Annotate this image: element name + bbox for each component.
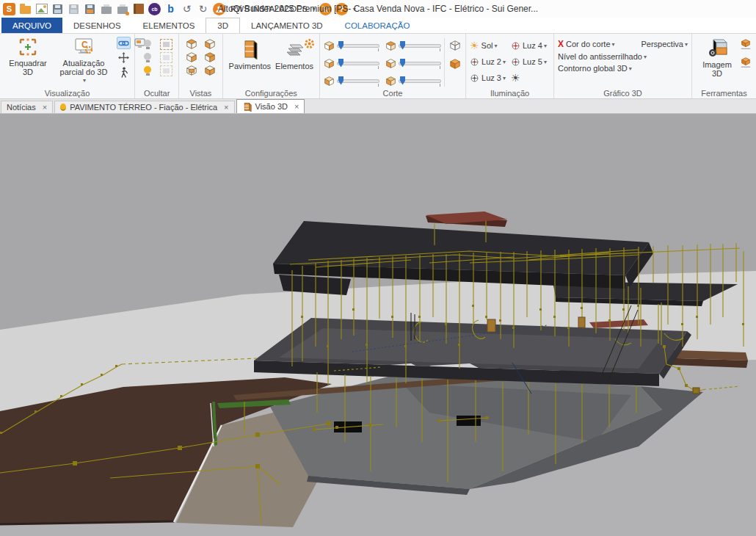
cut-slider-x1-handle[interactable] [338,41,344,50]
luz5-icon [511,57,520,67]
cut-slider-y1[interactable] [324,54,379,72]
hide-off-button[interactable] [141,38,155,51]
view-bottom-button[interactable] [203,64,217,76]
cut-slider-z1-track[interactable] [337,79,379,83]
save-all-button[interactable] [68,3,80,15]
luz4-dropdown[interactable]: Luz 4 ▾ [511,37,547,54]
walkthrough-button[interactable] [117,66,131,79]
open-project-button[interactable] [19,3,32,15]
sol-dropdown[interactable]: ☀ Sol ▾ [470,37,506,54]
pan-move-button[interactable] [117,51,131,64]
view-iso-button[interactable] [203,51,217,63]
cut-slider-z2-track[interactable] [399,79,441,83]
tab-colaboracao[interactable]: COLABORAÇÃO [334,18,421,33]
measure-elevation-button[interactable] [738,56,752,68]
cut-slider-z1-handle[interactable] [338,76,344,85]
account-name[interactable]: RWS INSTALACOES [230,4,308,13]
cut-cube-y1-icon [324,58,335,69]
slider-tick [440,48,440,51]
printer-config-icon [117,7,128,14]
account-avatar[interactable] [213,3,225,15]
contorno-global-dropdown[interactable]: Contorno global 3D ▾ [558,64,688,73]
cut-slider-z2[interactable] [385,72,441,90]
group-label-grafico-3d: Gráfico 3D [554,89,691,98]
visao-3d-box-icon [242,102,252,112]
visao-3d-close-icon[interactable]: × [294,102,299,111]
help-button[interactable]: ? [335,3,348,15]
cut-slider-y2[interactable] [385,54,441,72]
lamp-icon [60,104,66,111]
save-icon [53,4,62,14]
group-label-configuracoes: Configurações [223,89,319,98]
undo-button[interactable]: ↺ [181,3,193,15]
cut-cube-z2-icon [385,76,396,87]
pavimentos-button[interactable]: Pavimentos [227,38,273,71]
bulb-on-icon [144,66,151,73]
noticias-close-icon[interactable]: × [43,103,47,112]
save-as-button[interactable] [84,3,96,15]
cut-solid-button[interactable] [448,57,462,70]
3d-settings-button[interactable] [302,37,316,50]
club-altoqi-button[interactable]: cb [148,3,161,15]
cut-slider-y2-handle[interactable] [400,59,405,68]
cut-wireframe-button[interactable] [448,39,462,51]
cut-slider-z1[interactable] [324,72,379,90]
imagem-3d-button[interactable]: Imagem 3D [696,37,738,79]
cut-cube-z1-icon [324,76,335,87]
luz3-dropdown[interactable]: Luz 3 ▾ [470,70,506,86]
redo-button[interactable]: ↻ [197,3,209,15]
cut-slider-z2-handle[interactable] [400,76,405,85]
cut-slider-y1-handle[interactable] [338,59,344,68]
cut-slider-x2[interactable] [385,37,441,54]
cut-slider-x2-track[interactable] [399,44,441,48]
cor-do-corte-dropdown[interactable]: X Cor do corte ▾ [558,39,615,49]
perspectiva-dropdown[interactable]: Perspectiva ▾ [641,40,688,48]
cut-slider-x1-track[interactable] [337,44,379,48]
pavimento-close-icon[interactable]: × [224,103,228,112]
cut-slider-x1[interactable] [324,37,379,54]
new-image-button[interactable] [35,3,48,15]
ambient-light-button[interactable]: ☀ [511,70,547,86]
group-configuracoes: Pavimentos Elementos Configurações [223,34,320,98]
tab-elementos[interactable]: ELEMENTOS [132,18,206,33]
store-button[interactable] [319,3,332,15]
print-config-button[interactable] [116,3,128,15]
cut-slider-y2-track[interactable] [399,62,441,65]
tab-lancamento-3d[interactable]: LANÇAMENTO 3D [240,18,334,33]
luz2-dropdown[interactable]: Luz 2 ▾ [470,54,506,70]
nivel-antisserrilhado-dropdown[interactable]: Nível do antisserrilhado ▾ [558,52,688,61]
cut-slider-y1-track[interactable] [337,62,379,65]
print-button[interactable] [100,3,112,15]
doc-tab-visao-3d[interactable]: Visão 3D × [236,99,305,113]
tab-3d[interactable]: 3D [206,18,240,33]
library-button[interactable] [132,3,145,15]
ambient-sun-icon: ☀ [511,72,520,84]
hide-others-button[interactable] [159,65,173,77]
hide-partial-button[interactable] [141,51,155,64]
doc-tab-pavimento-terreo[interactable]: PAVIMENTO TÉRREO - Fiação - Elétrica × [54,101,234,113]
link-views-toggle[interactable] [117,37,131,49]
view-back-button[interactable] [184,64,198,76]
hide-selection-button[interactable] [159,38,173,51]
doc-tab-noticias[interactable]: Notícias × [1,101,53,113]
atualizacao-parcial-button[interactable]: C Atualização parcial do 3D▾ [52,37,115,86]
save-button[interactable] [51,3,64,15]
luz4-label: Luz 4 [523,41,542,50]
view-side-button[interactable] [184,51,198,63]
show-all-button[interactable] [141,65,155,77]
group-label-ferramentas: Ferramentas [692,89,756,98]
view-front-button[interactable] [203,37,217,50]
tab-desenhos[interactable]: DESENHOS [62,18,132,33]
enquadrar-3d-button[interactable]: Enquadrar 3D [4,37,52,77]
view-top-button[interactable] [184,37,198,50]
measure-distance-button[interactable] [738,38,752,51]
cut-slider-x2-handle[interactable] [400,41,405,50]
3d-viewport[interactable] [0,114,756,536]
luz5-dropdown[interactable]: Luz 5 ▾ [511,54,547,70]
luz3-caret-icon: ▾ [503,75,506,82]
tab-arquivo[interactable]: ARQUIVO [1,18,62,33]
hide-elements-button[interactable] [159,51,173,64]
slider-tick [378,48,379,51]
account-caret-icon: ▾ [313,6,316,12]
group-label-ocultar: Ocultar [135,89,178,98]
